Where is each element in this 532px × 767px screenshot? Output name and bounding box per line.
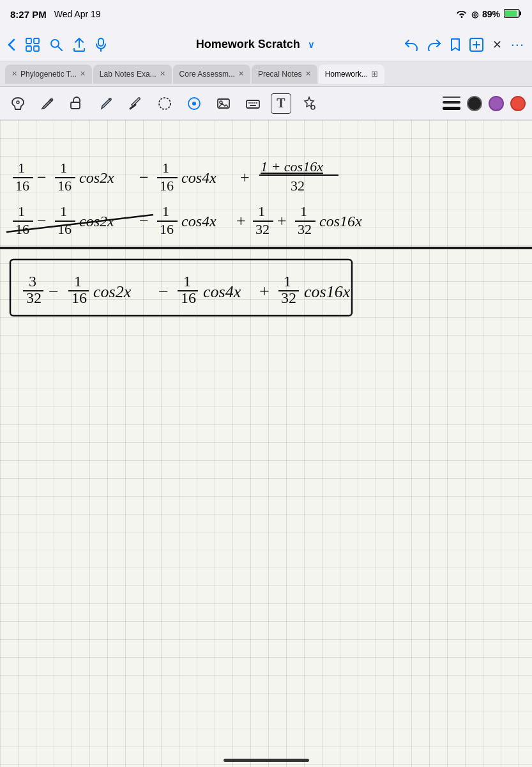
svg-text:1: 1: [300, 203, 307, 219]
eraser-tool-button[interactable]: [65, 92, 88, 115]
back-button[interactable]: [8, 38, 15, 51]
svg-text:cos4x: cos4x: [181, 213, 217, 229]
tab-close-lab[interactable]: ✕: [160, 70, 165, 78]
thick-line-option[interactable]: [443, 107, 460, 110]
svg-text:+: +: [259, 281, 270, 301]
tab-close-x[interactable]: ✕: [80, 70, 86, 78]
more-button[interactable]: ···: [511, 36, 524, 53]
effects-tool-button[interactable]: [298, 92, 321, 115]
battery-display: 89%: [482, 9, 500, 19]
tab-label-phylogenetic: Phylogenetic T...: [20, 70, 77, 79]
marker-tool-button[interactable]: [95, 92, 118, 115]
medium-line-option[interactable]: [443, 101, 460, 104]
tab-close-phylogenetic[interactable]: ✕: [11, 70, 17, 78]
tab-label-homework: Homework...: [325, 70, 368, 79]
svg-text:1 + cos16x: 1 + cos16x: [261, 159, 323, 174]
svg-text:cos4x: cos4x: [203, 283, 241, 301]
svg-text:16: 16: [57, 221, 72, 237]
tab-precal-notes[interactable]: Precal Notes ✕: [252, 65, 317, 84]
svg-text:1: 1: [18, 203, 25, 219]
svg-rect-9: [98, 38, 103, 46]
tab-close-core[interactable]: ✕: [238, 70, 244, 78]
svg-rect-1: [520, 12, 522, 15]
svg-text:32: 32: [291, 178, 305, 194]
svg-point-14: [17, 101, 19, 104]
tab-homework[interactable]: Homework... ⊞: [319, 65, 384, 84]
text-tool-button[interactable]: T: [271, 93, 291, 114]
svg-rect-4: [34, 38, 39, 43]
svg-text:cos2x: cos2x: [79, 213, 114, 229]
red-color-swatch[interactable]: [510, 96, 526, 111]
svg-text:32: 32: [255, 221, 270, 237]
drawing-toolbar: T: [0, 87, 532, 120]
svg-text:+: +: [240, 168, 250, 187]
tabs-bar: ✕ Phylogenetic T... ✕ Lab Notes Exa... ✕…: [0, 61, 532, 87]
tab-lab-notes[interactable]: Lab Notes Exa... ✕: [93, 65, 172, 84]
svg-text:1: 1: [258, 203, 265, 219]
mic-button[interactable]: [96, 38, 106, 52]
lasso-tool-button[interactable]: [6, 92, 29, 115]
svg-text:−: −: [158, 281, 169, 301]
svg-text:16: 16: [15, 178, 29, 194]
svg-text:−: −: [139, 168, 149, 187]
circle-tool-button[interactable]: [153, 92, 176, 115]
svg-text:32: 32: [281, 290, 296, 306]
bookmark-button[interactable]: [450, 38, 460, 52]
pen-tool-button[interactable]: [36, 92, 59, 115]
tab-label-core: Core Assessm...: [179, 70, 235, 79]
svg-text:cos16x: cos16x: [304, 283, 351, 301]
canvas-area[interactable]: 1 16 − 1 16 cos2x − 1 16 cos4x + 1 + cos…: [0, 120, 532, 767]
svg-text:−: −: [139, 212, 149, 230]
svg-rect-6: [34, 46, 39, 51]
share-button[interactable]: [73, 38, 86, 52]
svg-text:1: 1: [162, 160, 169, 176]
svg-text:cos4x: cos4x: [181, 169, 217, 186]
svg-text:16: 16: [57, 178, 72, 194]
black-color-swatch[interactable]: [467, 96, 482, 111]
svg-text:32: 32: [26, 290, 42, 306]
add-page-button[interactable]: [469, 38, 483, 52]
close-button[interactable]: ✕: [492, 38, 502, 52]
toolbar-center: Homework Scratch ∨: [196, 38, 314, 51]
keyboard-tool-button[interactable]: [241, 92, 264, 115]
search-button[interactable]: [50, 38, 63, 51]
document-title: Homework Scratch: [196, 38, 300, 51]
date-display: Wed Apr 19: [54, 9, 101, 19]
status-bar-left: 8:27 PM Wed Apr 19: [10, 9, 101, 20]
svg-text:16: 16: [181, 290, 196, 306]
text-tool-label: T: [277, 96, 285, 111]
undo-button[interactable]: [404, 38, 418, 51]
svg-text:cos16x: cos16x: [319, 213, 362, 229]
svg-text:cos2x: cos2x: [93, 283, 132, 301]
svg-text:32: 32: [298, 221, 312, 237]
tab-close-precal[interactable]: ✕: [305, 70, 311, 78]
svg-text:3: 3: [29, 273, 36, 290]
svg-text:1: 1: [284, 273, 291, 290]
svg-point-7: [51, 40, 59, 47]
svg-text:−: −: [37, 168, 47, 187]
purple-color-swatch[interactable]: [489, 96, 504, 111]
title-chevron-icon[interactable]: ∨: [308, 40, 314, 50]
svg-text:16: 16: [160, 221, 174, 237]
tab-phylogenetic[interactable]: ✕ Phylogenetic T... ✕: [5, 65, 92, 84]
brush-tool-button[interactable]: [124, 92, 147, 115]
svg-rect-72: [10, 260, 352, 316]
home-indicator: [224, 759, 309, 762]
svg-text:1: 1: [74, 273, 82, 290]
tab-label-precal: Precal Notes: [258, 70, 302, 79]
star-tool-button[interactable]: [183, 92, 206, 115]
svg-text:1: 1: [60, 160, 67, 176]
line-options: [443, 97, 460, 110]
svg-text:−: −: [37, 212, 47, 230]
thin-line-option[interactable]: [443, 97, 460, 98]
battery-icon: [504, 9, 522, 20]
toolbar-left: [8, 38, 106, 52]
svg-rect-23: [247, 100, 259, 108]
redo-button[interactable]: [427, 38, 441, 51]
svg-text:1: 1: [162, 203, 169, 219]
svg-rect-5: [26, 46, 31, 51]
toolbar-right: ✕ ···: [404, 36, 524, 53]
image-tool-button[interactable]: [212, 92, 235, 115]
grid-button[interactable]: [26, 38, 40, 52]
tab-core-assessment[interactable]: Core Assessm... ✕: [173, 65, 250, 84]
